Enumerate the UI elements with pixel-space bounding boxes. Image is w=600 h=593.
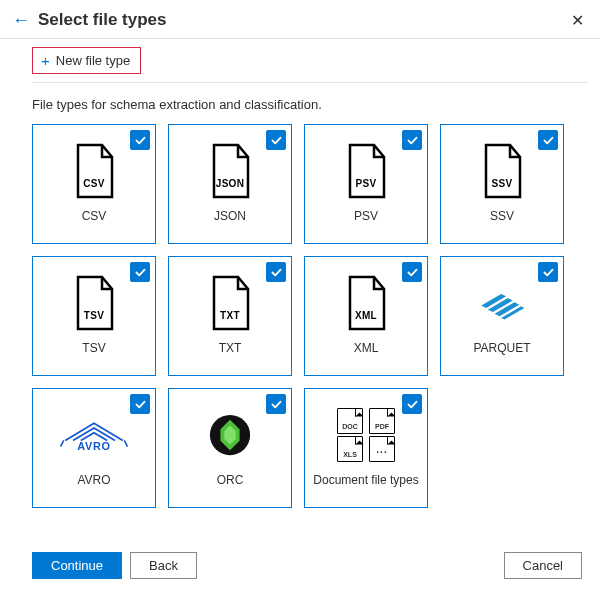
tile-label: PSV <box>354 209 378 223</box>
plus-icon: + <box>41 52 50 69</box>
file-icon-label: TXT <box>208 310 252 321</box>
file-type-tile-json[interactable]: JSONJSON <box>168 124 292 244</box>
file-icon-label: TSV <box>72 310 116 321</box>
tile-label: Document file types <box>313 473 418 487</box>
back-button[interactable]: Back <box>130 552 197 579</box>
orc-icon <box>207 403 253 467</box>
file-type-tile-txt[interactable]: TXTTXT <box>168 256 292 376</box>
checkbox-checked-icon[interactable] <box>538 262 558 282</box>
file-type-tile-xml[interactable]: XMLXML <box>304 256 428 376</box>
checkbox-checked-icon[interactable] <box>130 130 150 150</box>
file-icon-label: XML <box>344 310 388 321</box>
file-icon-label: JSON <box>208 178 252 189</box>
parquet-icon <box>473 271 531 335</box>
file-icon: PSV <box>344 139 388 203</box>
checkbox-checked-icon[interactable] <box>266 394 286 414</box>
file-icon: CSV <box>72 139 116 203</box>
tile-label: TXT <box>219 341 242 355</box>
avro-icon: AVRO <box>59 403 129 467</box>
documents-icon: DOCPDFXLS... <box>334 406 398 464</box>
file-icon: TXT <box>208 271 252 335</box>
tile-label: SSV <box>490 209 514 223</box>
checkbox-checked-icon[interactable] <box>402 262 422 282</box>
file-icon: XML <box>344 271 388 335</box>
file-type-tile-orc[interactable]: ORC <box>168 388 292 508</box>
tile-label: JSON <box>214 209 246 223</box>
subtitle-text: File types for schema extraction and cla… <box>0 83 600 124</box>
file-type-tile-psv[interactable]: PSVPSV <box>304 124 428 244</box>
tile-label: ORC <box>217 473 244 487</box>
checkbox-checked-icon[interactable] <box>266 130 286 150</box>
footer: Continue Back Cancel <box>0 542 600 593</box>
checkbox-checked-icon[interactable] <box>402 130 422 150</box>
checkbox-checked-icon[interactable] <box>130 394 150 414</box>
file-type-tile-tsv[interactable]: TSVTSV <box>32 256 156 376</box>
file-type-tile-csv[interactable]: CSVCSV <box>32 124 156 244</box>
file-icon: TSV <box>72 271 116 335</box>
tile-label: AVRO <box>77 473 110 487</box>
file-icon-label: SSV <box>480 178 524 189</box>
file-icon: SSV <box>480 139 524 203</box>
tile-label: XML <box>354 341 379 355</box>
new-file-type-button[interactable]: + New file type <box>32 47 141 74</box>
continue-button[interactable]: Continue <box>32 552 122 579</box>
page-title: Select file types <box>38 10 567 30</box>
file-icon-label: PSV <box>344 178 388 189</box>
file-type-tile-document-file-types[interactable]: DOCPDFXLS...Document file types <box>304 388 428 508</box>
checkbox-checked-icon[interactable] <box>538 130 558 150</box>
file-type-tile-avro[interactable]: AVROAVRO <box>32 388 156 508</box>
tile-label: PARQUET <box>473 341 530 355</box>
back-arrow-icon[interactable]: ← <box>12 11 30 29</box>
checkbox-checked-icon[interactable] <box>266 262 286 282</box>
file-icon-label: CSV <box>72 178 116 189</box>
checkbox-checked-icon[interactable] <box>402 394 422 414</box>
file-type-grid: CSVCSVJSONJSONPSVPSVSSVSSVTSVTSVTXTTXTXM… <box>0 124 600 508</box>
file-icon: JSON <box>208 139 252 203</box>
tile-label: TSV <box>82 341 105 355</box>
file-type-tile-parquet[interactable]: PARQUET <box>440 256 564 376</box>
tile-label: CSV <box>82 209 107 223</box>
file-type-tile-ssv[interactable]: SSVSSV <box>440 124 564 244</box>
new-file-type-label: New file type <box>56 53 130 68</box>
close-icon[interactable]: ✕ <box>567 11 588 30</box>
checkbox-checked-icon[interactable] <box>130 262 150 282</box>
svg-text:AVRO: AVRO <box>77 440 111 452</box>
cancel-button[interactable]: Cancel <box>504 552 582 579</box>
